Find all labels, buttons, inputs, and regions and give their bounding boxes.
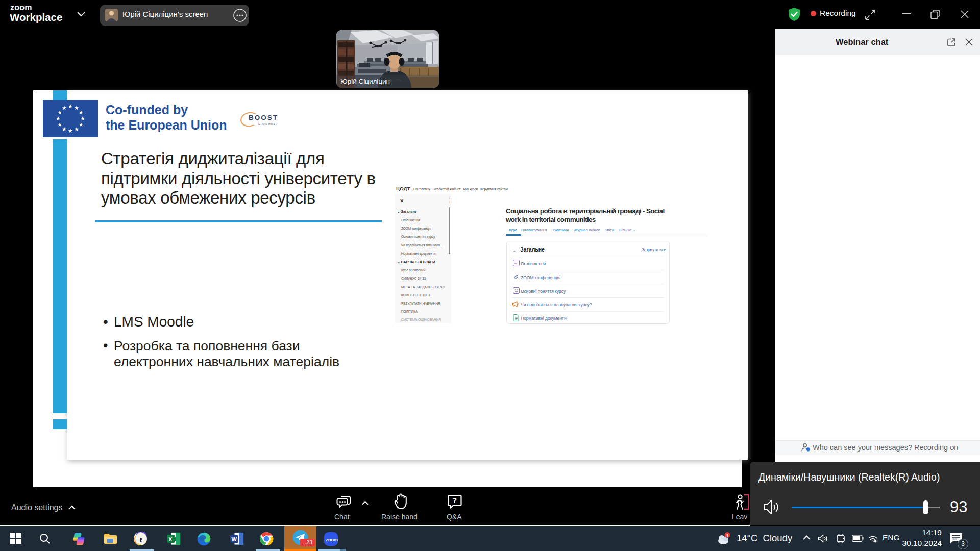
svg-text:?: ? (452, 496, 457, 505)
svg-text:zoom: zoom (326, 537, 338, 542)
svg-text:ERASMUS+: ERASMUS+ (258, 122, 278, 126)
svg-text:1: 1 (726, 533, 729, 538)
svg-text:BOOST: BOOST (249, 114, 278, 121)
svg-text:X: X (168, 536, 173, 542)
svg-text:W: W (232, 536, 237, 542)
